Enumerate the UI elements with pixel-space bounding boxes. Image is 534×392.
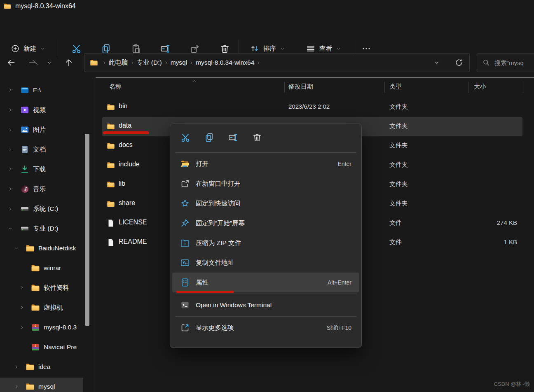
chevron-right-icon[interactable] xyxy=(7,107,13,113)
sidebar-item-e-drive[interactable]: E:\ xyxy=(0,81,94,99)
menu-divider xyxy=(175,294,356,294)
breadcrumb-item[interactable]: mysql xyxy=(169,58,188,67)
column-divider[interactable] xyxy=(284,82,285,93)
copy-icon xyxy=(101,43,112,54)
menu-item-label: 固定到快速访问 xyxy=(196,199,241,208)
menu-item-shortcut: Alt+Enter xyxy=(328,279,351,286)
file-name: LICENSE xyxy=(119,219,147,226)
sidebar-item-navicat-rar[interactable]: Navicat Pre xyxy=(0,338,94,356)
sidebar-item-winrar[interactable]: winrar xyxy=(0,259,94,277)
search-input[interactable] xyxy=(494,59,534,66)
chevron-right-icon[interactable] xyxy=(7,127,13,133)
file-row-bin[interactable]: bin2023/6/23 2:02文件夹 xyxy=(102,98,522,117)
folder-icon xyxy=(25,243,35,253)
menu-divider xyxy=(175,316,356,317)
sidebar-item-label: E:\ xyxy=(33,86,41,94)
cut-icon xyxy=(180,132,191,143)
sidebar-item-baidunetdisk[interactable]: BaiduNetdisk xyxy=(0,239,94,257)
sidebar-item-mysql[interactable]: mysql xyxy=(0,378,83,392)
menu-item-show-more[interactable]: 显示更多选项Shift+F10 xyxy=(170,318,361,338)
menu-quick-delete-button[interactable] xyxy=(245,128,269,147)
menu-quick-copy-button[interactable] xyxy=(197,128,221,147)
file-type: 文件夹 xyxy=(389,142,408,149)
chevron-right-icon[interactable] xyxy=(14,364,19,370)
chevron-right-icon[interactable] xyxy=(7,186,13,192)
refresh-button[interactable] xyxy=(454,56,464,69)
folder-icon xyxy=(106,122,115,131)
sidebar-item-pictures[interactable]: 图片 xyxy=(0,121,94,139)
sidebar-item-videos[interactable]: 视频 xyxy=(0,101,94,119)
address-bar[interactable]: 此电脑专业 (D:)mysqlmysql-8.0.34-winx64 xyxy=(84,53,470,72)
chevron-down-icon[interactable] xyxy=(7,226,13,231)
column-divider[interactable] xyxy=(468,82,468,93)
chevron-right-icon[interactable] xyxy=(19,324,25,330)
breadcrumb-item[interactable]: mysql-8.0.34-winx64 xyxy=(194,58,255,67)
menu-item-open-new-window[interactable]: 在新窗口中打开 xyxy=(170,174,361,194)
chevron-right-icon[interactable] xyxy=(164,61,169,65)
cut-button[interactable] xyxy=(69,42,83,55)
documents-icon xyxy=(20,145,30,154)
sidebar-item-idea[interactable]: idea xyxy=(0,358,94,376)
menu-item-pin-start[interactable]: 固定到“开始”屏幕 xyxy=(170,213,361,233)
menu-item-terminal[interactable]: Open in Windows Terminal xyxy=(170,295,361,315)
search-box xyxy=(477,53,534,72)
open-new-window-icon xyxy=(180,179,190,189)
menu-item-shortcut: Enter xyxy=(338,161,351,167)
up-button[interactable] xyxy=(63,56,75,69)
videos-icon xyxy=(20,105,30,115)
menu-item-open[interactable]: 打开Enter xyxy=(170,154,361,174)
sidebar-item-d-drive[interactable]: 专业 (D:) xyxy=(0,219,94,238)
toolbar: 新建 排序 查看 xyxy=(0,17,534,44)
properties-icon xyxy=(180,278,190,287)
menu-item-copy-path[interactable]: 复制文件地址 xyxy=(170,253,361,273)
column-header-type[interactable]: 类型 xyxy=(389,83,402,91)
breadcrumb-item[interactable]: 专业 (D:) xyxy=(136,58,163,68)
chevron-right-icon[interactable] xyxy=(7,206,13,212)
chevron-right-icon[interactable] xyxy=(14,384,19,390)
chevron-right-icon[interactable] xyxy=(19,305,25,310)
folder-icon xyxy=(89,58,98,67)
chevron-right-icon[interactable] xyxy=(130,61,135,65)
address-dropdown-button[interactable] xyxy=(433,56,440,69)
breadcrumb-item[interactable]: 此电脑 xyxy=(108,58,129,68)
folder-icon xyxy=(25,382,35,392)
column-divider[interactable] xyxy=(523,82,523,93)
recent-locations-button[interactable] xyxy=(44,56,54,69)
zip-icon xyxy=(180,238,190,248)
sidebar-item-downloads[interactable]: 下载 xyxy=(0,160,94,178)
column-header-date[interactable]: 修改日期 xyxy=(288,83,313,91)
sidebar-item-documents[interactable]: 文档 xyxy=(0,140,94,159)
menu-item-properties[interactable]: 属性Alt+Enter xyxy=(172,273,359,292)
sidebar-item-label: 专业 (D:) xyxy=(33,224,58,233)
new-button[interactable]: 新建 xyxy=(7,40,49,58)
drive-icon xyxy=(20,204,30,214)
folder-icon xyxy=(30,303,40,313)
column-header-name[interactable]: 名称 xyxy=(109,83,122,91)
explorer-window: mysql-8.0.34-winx64 新建 排序 查看 此电 xyxy=(0,0,534,392)
file-size: 274 KB xyxy=(497,219,517,226)
forward-button[interactable] xyxy=(26,56,39,69)
menu-item-pin-quick[interactable]: 固定到快速访问 xyxy=(170,194,361,213)
sidebar-item-music[interactable]: 音乐 xyxy=(0,180,94,198)
chevron-right-icon[interactable] xyxy=(189,61,194,65)
back-button[interactable] xyxy=(5,56,17,69)
menu-quick-cut-button[interactable] xyxy=(173,128,197,147)
menu-quick-rename-button[interactable] xyxy=(221,128,245,147)
chevron-right-icon[interactable] xyxy=(7,166,13,172)
chevron-right-icon[interactable] xyxy=(19,285,25,291)
sidebar-item-vm[interactable]: 虚拟机 xyxy=(0,299,94,317)
chevron-right-icon[interactable] xyxy=(256,61,261,65)
chevron-right-icon[interactable] xyxy=(7,147,13,152)
column-header-size[interactable]: 大小 xyxy=(474,83,486,91)
sidebar-item-mysql-rar[interactable]: mysql-8.0.3 xyxy=(0,318,94,336)
sidebar-item-c-drive[interactable]: 系统 (C:) xyxy=(0,200,94,218)
chevron-right-icon[interactable] xyxy=(7,87,13,93)
sidebar-item-software[interactable]: 软件资料 xyxy=(0,279,94,297)
column-divider[interactable] xyxy=(384,82,385,93)
winrar-icon xyxy=(30,342,40,352)
menu-item-zip[interactable]: 压缩为 ZIP 文件 xyxy=(170,233,361,253)
chevron-down-icon[interactable] xyxy=(14,245,19,251)
sidebar-scrollbar-thumb[interactable] xyxy=(85,134,89,326)
chevron-right-icon[interactable] xyxy=(102,61,107,65)
folder-icon xyxy=(30,263,40,273)
